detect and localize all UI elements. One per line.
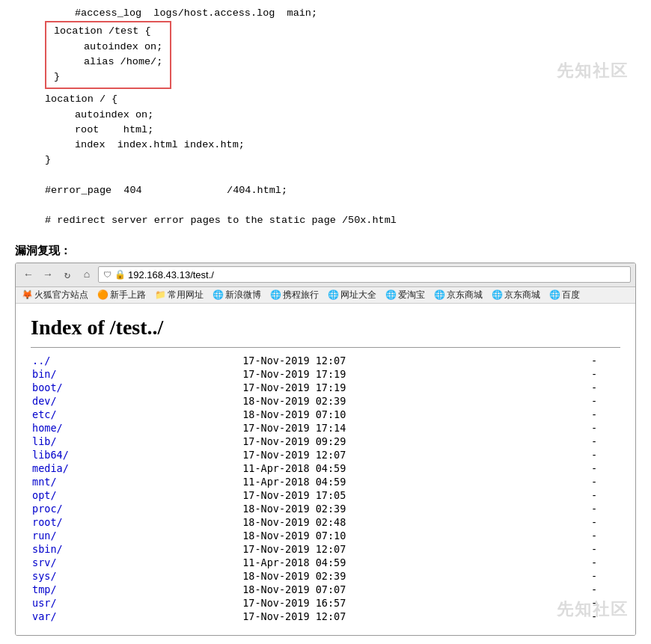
file-link-cell[interactable]: dev/	[31, 394, 108, 408]
file-link-cell[interactable]: etc/	[31, 408, 108, 421]
table-row: dev/18-Nov-2019 02:39-	[31, 394, 620, 408]
bookmark-label: 火狐官方站点	[34, 289, 88, 301]
address-text: 192.168.43.13/test./	[128, 269, 214, 280]
bookmark-jd2[interactable]: 🌐 京东商城	[489, 289, 543, 301]
file-size-cell: -	[576, 556, 620, 569]
file-link[interactable]: bin/	[32, 368, 57, 380]
refresh-button[interactable]: ↻	[59, 266, 76, 283]
file-link[interactable]: media/	[32, 462, 69, 474]
file-link-cell[interactable]: root/	[31, 515, 108, 529]
file-link-cell[interactable]: sys/	[31, 569, 108, 583]
bookmark-ctrip[interactable]: 🌐 携程旅行	[267, 289, 322, 301]
bookmarks-bar: 🦊 火狐官方站点 🟠 新手上路 📁 常用网址 🌐 新浪微博 🌐 携程旅行 🌐	[16, 287, 635, 304]
code-redirect-comment: # redirect server error pages to the sta…	[15, 213, 636, 228]
file-link-cell[interactable]: bin/	[31, 367, 108, 381]
weibo-icon: 🌐	[213, 289, 224, 300]
ctrip-icon: 🌐	[270, 289, 281, 300]
file-link-cell[interactable]: tmp/	[31, 583, 108, 596]
browser-content: Index of /test../ ../17-Nov-2019 12:07-b…	[16, 304, 635, 635]
table-row: tmp/18-Nov-2019 07:07-	[31, 583, 620, 596]
file-link[interactable]: ../	[32, 355, 50, 367]
bookmark-label: 百度	[562, 289, 580, 301]
bookmark-label: 京东商城	[447, 289, 483, 301]
file-link-cell[interactable]: sbin/	[31, 542, 108, 556]
bookmark-wangzhi[interactable]: 🌐 网址大全	[325, 289, 379, 301]
file-link[interactable]: var/	[32, 610, 57, 622]
file-size-cell: -	[576, 461, 620, 475]
table-row: run/18-Nov-2019 07:10-	[31, 529, 620, 542]
file-link[interactable]: sys/	[32, 570, 57, 582]
file-link-cell[interactable]: var/	[31, 610, 108, 623]
table-row: boot/17-Nov-2019 17:19-	[31, 381, 620, 394]
taobao-icon: 🌐	[385, 289, 397, 300]
shield-icon: 🛡	[103, 270, 111, 279]
file-date-cell: 17-Nov-2019 17:19	[108, 367, 576, 381]
table-row: root/18-Nov-2019 02:48-	[31, 515, 620, 529]
file-link[interactable]: usr/	[32, 597, 57, 609]
file-link-cell[interactable]: run/	[31, 529, 108, 542]
code-highlight-box: location /test { autoindex on; alias /ho…	[45, 21, 171, 89]
file-link[interactable]: opt/	[32, 489, 57, 501]
file-date-cell: 18-Nov-2019 07:07	[108, 583, 576, 596]
file-link-cell[interactable]: usr/	[31, 596, 108, 610]
back-button[interactable]: ←	[20, 266, 37, 283]
file-link[interactable]: lib64/	[32, 449, 69, 461]
file-size-cell: -	[576, 488, 620, 502]
file-link[interactable]: dev/	[32, 395, 57, 407]
bookmark-taobao[interactable]: 🌐 爱淘宝	[382, 289, 428, 301]
file-link[interactable]: mnt/	[32, 476, 57, 488]
table-row: lib64/17-Nov-2019 12:07-	[31, 448, 620, 461]
file-link[interactable]: tmp/	[32, 583, 57, 595]
table-row: ../17-Nov-2019 12:07-	[31, 354, 620, 367]
bookmark-label: 京东商城	[504, 289, 540, 301]
file-date-cell: 18-Nov-2019 02:39	[108, 394, 576, 408]
file-link-cell[interactable]: boot/	[31, 381, 108, 394]
file-link[interactable]: home/	[32, 422, 63, 434]
bookmark-common[interactable]: 📁 常用网址	[152, 289, 207, 301]
bookmark-firefox[interactable]: 🦊 火狐官方站点	[19, 289, 91, 301]
file-link[interactable]: srv/	[32, 556, 57, 568]
file-link-cell[interactable]: lib/	[31, 435, 108, 448]
file-link[interactable]: proc/	[32, 503, 63, 515]
bookmark-baidu[interactable]: 🌐 百度	[546, 289, 583, 301]
file-link-cell[interactable]: home/	[31, 421, 108, 435]
firefox-icon: 🦊	[22, 289, 33, 300]
file-link-cell[interactable]: mnt/	[31, 475, 108, 488]
file-size-cell: -	[576, 542, 620, 556]
file-date-cell: 18-Nov-2019 07:10	[108, 408, 576, 421]
code-location-root-open: location / {	[15, 92, 636, 107]
table-row: proc/18-Nov-2019 02:39-	[31, 502, 620, 515]
file-link[interactable]: root/	[32, 516, 63, 528]
bookmark-newuser[interactable]: 🟠 新手上路	[94, 289, 149, 301]
file-date-cell: 18-Nov-2019 07:10	[108, 529, 576, 542]
forward-button[interactable]: →	[40, 266, 56, 283]
bookmark-weibo[interactable]: 🌐 新浪微博	[210, 289, 264, 301]
code-blank1	[15, 168, 636, 183]
table-row: opt/17-Nov-2019 17:05-	[31, 488, 620, 502]
file-link[interactable]: lib/	[32, 435, 57, 447]
home-button[interactable]: ⌂	[79, 266, 95, 283]
code-highlight-line2: autoindex on;	[54, 40, 162, 55]
table-row: bin/17-Nov-2019 17:19-	[31, 367, 620, 381]
table-row: lib/17-Nov-2019 09:29-	[31, 435, 620, 448]
file-link[interactable]: run/	[32, 530, 57, 542]
file-link[interactable]: boot/	[32, 381, 63, 393]
file-link-cell[interactable]: ../	[31, 354, 108, 367]
address-bar[interactable]: 🛡 🔒 192.168.43.13/test./	[98, 266, 631, 283]
file-link[interactable]: sbin/	[32, 543, 63, 555]
bookmark-jd1[interactable]: 🌐 京东商城	[431, 289, 486, 301]
table-row: home/17-Nov-2019 17:14-	[31, 421, 620, 435]
file-link-cell[interactable]: proc/	[31, 502, 108, 515]
file-size-cell: -	[576, 569, 620, 583]
file-size-cell: -	[576, 583, 620, 596]
table-row: usr/17-Nov-2019 16:57-	[31, 596, 620, 610]
file-link-cell[interactable]: srv/	[31, 556, 108, 569]
file-link-cell[interactable]: media/	[31, 461, 108, 475]
file-link[interactable]: etc/	[32, 408, 57, 420]
browser-window: ← → ↻ ⌂ 🛡 🔒 192.168.43.13/test./ 🦊 火狐官方站…	[15, 263, 636, 636]
file-link-cell[interactable]: opt/	[31, 488, 108, 502]
table-row: var/17-Nov-2019 12:07-	[31, 610, 620, 623]
file-link-cell[interactable]: lib64/	[31, 448, 108, 461]
newuser-icon: 🟠	[97, 289, 109, 300]
wangzhi-icon: 🌐	[328, 289, 339, 300]
